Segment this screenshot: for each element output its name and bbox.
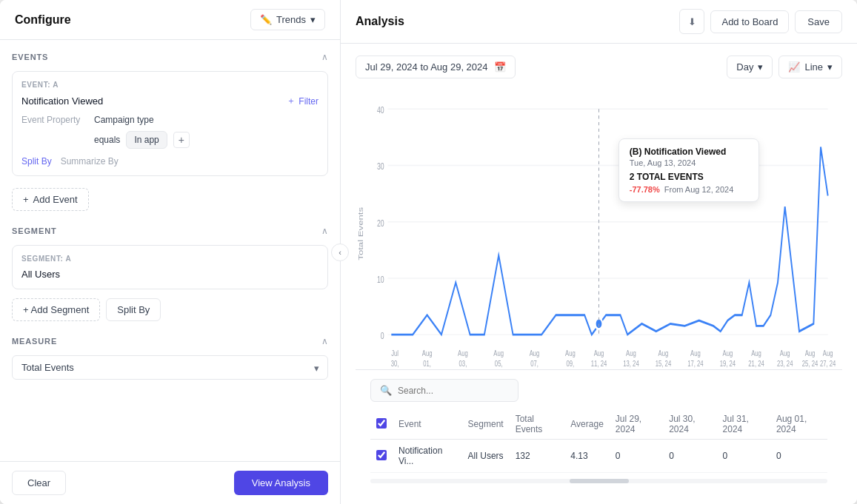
segment-split-by-button[interactable]: Split By xyxy=(106,298,161,321)
event-a-label: EVENT: A xyxy=(21,81,319,89)
row-average: 4.13 xyxy=(564,440,609,473)
search-icon: 🔍 xyxy=(380,385,392,396)
plus-icon: ＋ xyxy=(287,95,296,107)
row-aug01: 0 xyxy=(770,440,827,473)
header-checkbox-cell xyxy=(370,409,393,440)
segment-section-title: SEGMENT xyxy=(12,226,57,235)
header-jul29: Jul 29, 2024 xyxy=(610,409,663,440)
calendar-icon: 📅 xyxy=(494,61,506,73)
line-chart: Total Events 40 30 20 10 0 xyxy=(356,87,842,369)
equals-label: equals xyxy=(94,135,120,145)
split-by-button[interactable]: Split By xyxy=(21,156,52,167)
download-icon: ⬇ xyxy=(688,16,696,27)
download-button[interactable]: ⬇ xyxy=(679,9,704,34)
chart-area: Jul 29, 2024 to Aug 29, 2024 📅 Day ▾ 📈 L… xyxy=(341,44,857,504)
table-area: 🔍 Event Segment Total Events Average xyxy=(356,369,842,492)
svg-text:24: 24 xyxy=(496,368,502,369)
measure-select-wrapper: Total Events xyxy=(12,355,328,380)
svg-text:Aug: Aug xyxy=(805,349,816,358)
measure-section-header: MEASURE ∧ xyxy=(12,336,328,346)
chevron-down-icon: ▾ xyxy=(827,61,833,73)
trends-icon: ✏️ xyxy=(260,14,272,25)
svg-text:07,: 07, xyxy=(530,358,538,368)
header-aug01: Aug 01, 2024 xyxy=(770,409,827,440)
filter-button[interactable]: ＋ Filter xyxy=(287,95,319,107)
segment-section-header: SEGMENT ∧ xyxy=(12,226,328,236)
row-event: Notification Vi... xyxy=(393,440,462,473)
clear-button[interactable]: Clear xyxy=(12,471,66,495)
chart-wrapper: Total Events 40 30 20 10 0 xyxy=(356,87,842,369)
svg-text:24: 24 xyxy=(567,368,574,369)
event-name: Notification Viewed xyxy=(21,95,103,107)
scrollbar-thumb[interactable] xyxy=(570,479,629,483)
table-header-row: Event Segment Total Events Average Jul 2… xyxy=(370,409,827,440)
segment-a-label: SEGMENT: A xyxy=(21,255,319,263)
svg-text:24: 24 xyxy=(424,368,430,369)
svg-text:Jul: Jul xyxy=(391,349,399,358)
collapse-panel-button[interactable]: ‹ xyxy=(331,243,349,261)
add-event-button[interactable]: + Add Event xyxy=(12,188,89,211)
row-segment: All Users xyxy=(462,440,510,473)
event-a-block: EVENT: A Notification Viewed ＋ Filter Ev… xyxy=(12,71,328,176)
plus-icon: + xyxy=(23,194,29,205)
analysis-header: Analysis ⬇ Add to Board Save xyxy=(341,0,857,44)
search-input[interactable] xyxy=(398,386,501,396)
date-range-button[interactable]: Jul 29, 2024 to Aug 29, 2024 📅 xyxy=(356,56,516,78)
segment-actions: + Add Segment Split By xyxy=(12,298,328,321)
segment-collapse-icon[interactable]: ∧ xyxy=(321,226,328,236)
chart-type-button[interactable]: 📈 Line ▾ xyxy=(778,56,842,78)
svg-text:01,: 01, xyxy=(423,358,431,368)
configure-panel: Configure ✏️ Trends ▾ EVENTS ∧ EVENT: A … xyxy=(0,0,341,504)
svg-text:Aug: Aug xyxy=(658,349,669,358)
header-actions: ⬇ Add to Board Save xyxy=(679,9,842,34)
in-app-value: In app xyxy=(126,131,167,149)
trends-button[interactable]: ✏️ Trends ▾ xyxy=(250,9,325,30)
measure-section-title: MEASURE xyxy=(12,337,57,346)
view-analysis-button[interactable]: View Analysis xyxy=(234,471,328,495)
svg-text:Aug: Aug xyxy=(565,349,576,358)
search-bar: 🔍 xyxy=(370,379,518,402)
row-jul29: 0 xyxy=(610,440,663,473)
svg-text:21, 24: 21, 24 xyxy=(748,358,764,368)
configure-title: Configure xyxy=(15,13,71,27)
events-collapse-icon[interactable]: ∧ xyxy=(321,52,328,62)
svg-text:Aug: Aug xyxy=(626,349,636,358)
add-to-board-button[interactable]: Add to Board xyxy=(710,10,789,33)
svg-text:10: 10 xyxy=(377,274,384,284)
svg-text:11, 24: 11, 24 xyxy=(591,358,607,368)
add-value-button[interactable]: + xyxy=(173,132,190,148)
horizontal-scrollbar[interactable] xyxy=(370,479,827,483)
svg-text:Aug: Aug xyxy=(723,349,733,358)
chart-type-controls: Day ▾ 📈 Line ▾ xyxy=(727,56,842,78)
campaign-type-value: Campaign type xyxy=(94,115,154,125)
svg-text:Aug: Aug xyxy=(594,349,604,358)
svg-text:19, 24: 19, 24 xyxy=(720,358,736,368)
events-section-header: EVENTS ∧ xyxy=(12,52,328,62)
svg-text:Aug: Aug xyxy=(690,349,701,358)
svg-text:Aug: Aug xyxy=(458,349,468,358)
row-jul31: 0 xyxy=(717,440,770,473)
svg-text:30,: 30, xyxy=(391,358,399,368)
row-total-events: 132 xyxy=(510,440,565,473)
summarize-by-button[interactable]: Summarize By xyxy=(61,156,119,167)
svg-text:27, 24: 27, 24 xyxy=(820,358,836,368)
header-jul30: Jul 30, 2024 xyxy=(663,409,716,440)
svg-text:24: 24 xyxy=(531,368,538,369)
svg-text:25, 24: 25, 24 xyxy=(802,358,818,368)
svg-text:40: 40 xyxy=(377,104,384,115)
measure-select[interactable]: Total Events xyxy=(12,355,328,380)
svg-text:20: 20 xyxy=(377,218,384,228)
svg-text:Aug: Aug xyxy=(823,349,833,358)
header-event: Event xyxy=(393,409,462,440)
chevron-down-icon: ▾ xyxy=(758,61,763,73)
row-checkbox[interactable] xyxy=(376,450,387,460)
measure-collapse-icon[interactable]: ∧ xyxy=(321,336,328,346)
row-jul30: 0 xyxy=(663,440,716,473)
granularity-button[interactable]: Day ▾ xyxy=(727,56,773,78)
header-total-events: Total Events xyxy=(510,409,565,440)
equals-row: equals In app + xyxy=(94,131,319,149)
header-checkbox[interactable] xyxy=(376,418,387,429)
save-button[interactable]: Save xyxy=(795,10,842,33)
svg-text:Aug: Aug xyxy=(751,349,761,358)
add-segment-button[interactable]: + Add Segment xyxy=(12,298,100,321)
